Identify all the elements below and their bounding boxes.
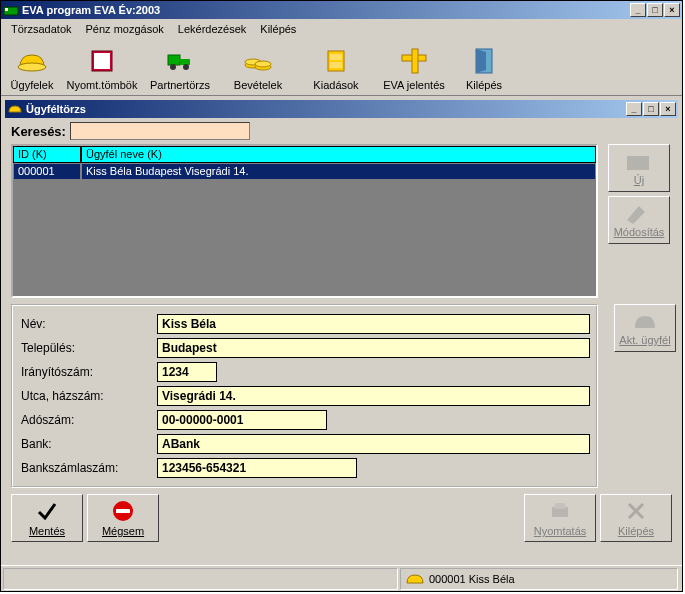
edit-button[interactable]: Módosítás	[608, 196, 670, 244]
status-text: 000001 Kiss Béla	[429, 573, 515, 585]
svg-point-2	[18, 63, 46, 71]
helmet-icon	[16, 45, 48, 77]
child-minimize-button[interactable]: _	[626, 102, 642, 116]
col-name[interactable]: Ügyfél neve (K)	[81, 146, 596, 163]
truck-icon	[164, 45, 196, 77]
field-tax[interactable]	[157, 410, 327, 430]
menu-penzmozgasok[interactable]: Pénz mozgások	[80, 21, 170, 37]
app-icon	[3, 2, 19, 18]
svg-rect-23	[116, 509, 130, 513]
cell-id: 000001	[13, 163, 81, 180]
table-header: ID (K) Ügyfél neve (K)	[13, 146, 596, 163]
minimize-button[interactable]: _	[630, 3, 646, 17]
status-cell-right: 000001 Kiss Béla	[400, 568, 678, 590]
svg-rect-5	[168, 55, 180, 65]
statusbar: 000001 Kiss Béla	[1, 565, 682, 591]
field-bank[interactable]	[157, 434, 590, 454]
tool-partnertorzs[interactable]: Partnertörzs	[141, 43, 219, 93]
door-icon	[468, 45, 500, 77]
cancel-button[interactable]: Mégsem	[87, 494, 159, 542]
main-window: EVA program EVA Év:2003 _ □ × Törzsadato…	[0, 0, 683, 592]
svg-point-8	[183, 64, 189, 70]
svg-rect-20	[627, 156, 649, 170]
svg-rect-6	[180, 59, 190, 65]
child-window: Ügyféltörzs _ □ × Keresés: ID (K) Ügyfél…	[3, 98, 680, 550]
main-titlebar: EVA program EVA Év:2003 _ □ ×	[1, 1, 682, 19]
stop-icon	[111, 499, 135, 523]
label-account: Bankszámlaszám:	[19, 456, 157, 480]
current-customer-button[interactable]: Akt. ügyfél	[614, 304, 676, 352]
check-icon	[35, 499, 59, 523]
child-title: Ügyféltörzs	[26, 103, 626, 115]
label-name: Név:	[19, 312, 157, 336]
maximize-button[interactable]: □	[647, 3, 663, 17]
status-helmet-icon	[405, 571, 425, 587]
label-city: Település:	[19, 336, 157, 360]
tool-ugyfelek[interactable]: Ügyfelek	[1, 43, 63, 93]
new-button[interactable]: Új	[608, 144, 670, 192]
svg-marker-21	[627, 206, 645, 224]
table-row[interactable]: 000001 Kiss Béla Budapest Visegrádi 14.	[13, 163, 596, 180]
menu-torzsadatok[interactable]: Törzsadatok	[5, 21, 78, 37]
label-street: Utca, házszám:	[19, 384, 157, 408]
svg-rect-1	[5, 8, 8, 11]
svg-point-7	[170, 64, 176, 70]
label-bank: Bank:	[19, 432, 157, 456]
tool-kilepes[interactable]: Kilépés	[453, 43, 515, 93]
main-title: EVA program EVA Év:2003	[22, 4, 630, 16]
folder-new-icon	[625, 150, 653, 174]
field-street[interactable]	[157, 386, 590, 406]
toolbar: Ügyfelek Nyomt.tömbök Partnertörzs Bevét…	[1, 39, 682, 96]
svg-rect-15	[330, 62, 342, 68]
customer-table[interactable]: ID (K) Ügyfél neve (K) 000001 Kiss Béla …	[11, 144, 598, 298]
tool-evajelentes[interactable]: EVA jelentés	[375, 43, 453, 93]
save-button[interactable]: Mentés	[11, 494, 83, 542]
ruler-icon	[398, 45, 430, 77]
field-city[interactable]	[157, 338, 590, 358]
field-account[interactable]	[157, 458, 357, 478]
svg-point-12	[255, 61, 271, 67]
customer-form: Név: Település: Irányítószám: Utca, házs…	[11, 304, 598, 488]
hand-edit-icon	[625, 202, 653, 226]
child-maximize-button[interactable]: □	[643, 102, 659, 116]
cabinet-icon	[320, 45, 352, 77]
close-x-icon	[624, 499, 648, 523]
tool-nyomtombok[interactable]: Nyomt.tömbök	[63, 43, 141, 93]
child-close-button[interactable]: ×	[660, 102, 676, 116]
svg-rect-17	[412, 49, 418, 73]
menu-kilepes[interactable]: Kilépés	[254, 21, 302, 37]
svg-rect-25	[555, 503, 565, 509]
search-input[interactable]	[70, 122, 250, 140]
label-tax: Adószám:	[19, 408, 157, 432]
tool-bevetelek[interactable]: Bevételek	[219, 43, 297, 93]
printer-icon	[548, 499, 572, 523]
svg-marker-19	[476, 49, 486, 73]
coins-icon	[242, 45, 274, 77]
exit-button[interactable]: Kilépés	[600, 494, 672, 542]
cell-name: Kiss Béla Budapest Visegrádi 14.	[81, 163, 596, 180]
close-button[interactable]: ×	[664, 3, 680, 17]
tool-kiadasok[interactable]: Kiadások	[297, 43, 375, 93]
label-zip: Irányítószám:	[19, 360, 157, 384]
search-label: Keresés:	[11, 124, 66, 139]
child-titlebar: Ügyféltörzs _ □ ×	[5, 100, 678, 118]
menubar: Törzsadatok Pénz mozgások Lekérdezések K…	[1, 19, 682, 39]
status-cell-left	[3, 568, 398, 590]
field-name[interactable]	[157, 314, 590, 334]
field-zip[interactable]	[157, 362, 217, 382]
helmet-grey-icon	[631, 310, 659, 334]
menu-lekerdezesek[interactable]: Lekérdezések	[172, 21, 253, 37]
child-icon	[7, 101, 23, 117]
book-icon	[86, 45, 118, 77]
svg-rect-14	[330, 54, 342, 60]
col-id[interactable]: ID (K)	[13, 146, 81, 163]
print-button[interactable]: Nyomtatás	[524, 494, 596, 542]
svg-rect-4	[94, 53, 110, 69]
